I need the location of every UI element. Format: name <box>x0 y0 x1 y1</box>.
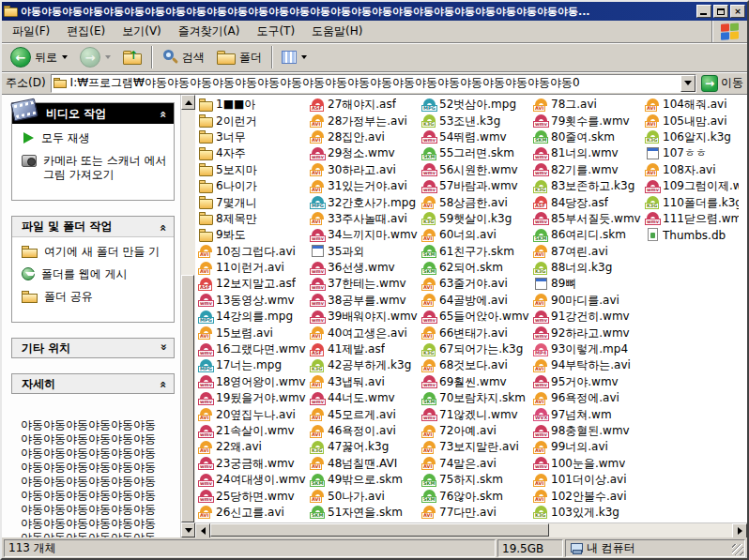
file-item[interactable]: 107ㅎㅎ <box>645 145 739 161</box>
file-item[interactable]: AVI90마디를.avi <box>533 293 645 309</box>
folder-item[interactable]: 4자주 <box>198 145 310 161</box>
file-item[interactable]: AVI63줄거야.avi <box>421 276 533 292</box>
file-item[interactable]: 35과외 <box>310 244 421 260</box>
menu-item[interactable]: 즐겨찾기(A) <box>170 21 249 42</box>
task-item[interactable]: 모두 재생 <box>22 131 170 145</box>
file-item[interactable]: SKM86여리디.skm <box>533 227 645 243</box>
file-item[interactable]: ASF27해야지.asf <box>310 97 421 113</box>
file-item[interactable]: MPG32간호사가.mpg <box>310 194 421 210</box>
file-item[interactable]: MPG52벗삼아.mpg <box>421 97 533 113</box>
file-item[interactable]: AVI108자.avi <box>645 162 739 178</box>
file-item[interactable]: K3G83보존하고.k3g <box>533 178 645 194</box>
file-item[interactable]: wmv13동영상.wmv <box>198 293 310 309</box>
folder-item[interactable]: 6나이가 <box>198 178 310 194</box>
file-item[interactable]: AVI105내맘.avi <box>645 113 739 129</box>
file-item[interactable]: SKM75하지.skm <box>421 472 533 488</box>
file-item[interactable]: SKM51자연을.skm <box>310 505 421 521</box>
file-item[interactable]: SKM80줄여.skm <box>533 129 645 145</box>
forward-dropdown-icon[interactable] <box>105 55 111 59</box>
file-item[interactable]: Thumbs.db <box>645 227 739 243</box>
file-item[interactable]: wmv65들어앉아.wmv <box>421 309 533 325</box>
file-item[interactable]: AVI15보렴.avi <box>198 325 310 341</box>
task-item[interactable]: 폴더 공유 <box>22 290 170 304</box>
folder-item[interactable]: 3너무 <box>198 129 310 145</box>
file-item[interactable]: AVI46욕정이.avi <box>310 423 421 439</box>
file-item[interactable]: MPG14강의를.mpg <box>198 309 310 325</box>
file-item[interactable]: AVI68것보다.avi <box>421 357 533 373</box>
back-dropdown-icon[interactable] <box>62 55 68 59</box>
file-item[interactable]: wmv69훨씬.wmv <box>421 374 533 390</box>
maximize-button[interactable] <box>713 5 728 18</box>
file-item[interactable]: K3G67되어가는.k3g <box>421 341 533 357</box>
file-item[interactable]: AVI78그.avi <box>533 97 645 113</box>
file-item[interactable]: wmv34느끼지마.wmv <box>310 227 421 243</box>
file-item[interactable]: wmv36선생.wmv <box>310 260 421 276</box>
file-item[interactable]: K3G42공부하게.k3g <box>310 357 421 373</box>
file-item[interactable]: MP493이렇게.mp4 <box>533 341 645 357</box>
file-item[interactable]: wmv38공부를.wmv <box>310 293 421 309</box>
file-item[interactable]: K3G47꿇어.k3g <box>310 439 421 455</box>
file-item[interactable]: K3G110폴더를.k3g <box>645 194 739 210</box>
folder-item[interactable]: 5보지마 <box>198 162 310 178</box>
file-item[interactable]: ASF84당장.asf <box>533 194 645 210</box>
folder-item[interactable]: 2이런거 <box>198 113 310 129</box>
file-item[interactable]: wmv91강건히.wmv <box>533 309 645 325</box>
file-item[interactable]: AVI87여린.avi <box>533 244 645 260</box>
file-tasks-header[interactable]: 파일 및 폴더 작업 « <box>12 217 174 237</box>
file-item[interactable]: K3G59햇살이.k3g <box>421 211 533 227</box>
file-item[interactable]: wmv71않겠니.wmv <box>421 406 533 422</box>
file-item[interactable]: AVI73보지말란.avi <box>421 439 533 455</box>
menu-item[interactable]: 편집(E) <box>58 21 114 42</box>
file-item[interactable]: AVI77다만.avi <box>421 505 533 521</box>
task-item[interactable]: 카메라 또는 스캐너 에서 그림 가져오기 <box>22 154 170 182</box>
file-item[interactable]: AVI28가정부는.avi <box>310 113 421 129</box>
folder-item[interactable]: 8제목만 <box>198 211 310 227</box>
folder-item[interactable]: 9봐도 <box>198 227 310 243</box>
file-item[interactable]: wmv56시원한.wmv <box>421 162 533 178</box>
file-item[interactable]: WVX97넘쳐.wm <box>533 406 645 422</box>
file-item[interactable]: wmv111닫으렴.wmv <box>645 211 739 227</box>
file-item[interactable]: AVI101더이상.avi <box>533 472 645 488</box>
file-item[interactable]: AVI33주사놀때.avi <box>310 211 421 227</box>
views-dropdown-icon[interactable] <box>301 55 307 59</box>
file-item[interactable]: AVI64골방에.avi <box>421 293 533 309</box>
file-item[interactable]: AVI43냅둬.avi <box>310 374 421 390</box>
horizontal-scroll-thumb[interactable] <box>210 523 549 537</box>
file-item[interactable]: SKM55그러면.skm <box>421 145 533 161</box>
address-combo[interactable]: I:₩프로그램₩야동야동야동야동야동야동야동야동야동야동야동야동야동야동야동야동… <box>51 74 696 93</box>
file-item[interactable]: AVI102안볼수.avi <box>533 488 645 504</box>
file-item[interactable]: AVI11이런거.avi <box>198 260 310 276</box>
file-item[interactable]: wmv21속살이.wmv <box>198 423 310 439</box>
file-item[interactable]: AVI94부탁하는.avi <box>533 357 645 373</box>
file-item[interactable]: K3G106알지.k3g <box>645 129 739 145</box>
vertical-scrollbar[interactable] <box>180 95 195 537</box>
file-item[interactable]: AVI104해줘.avi <box>645 97 739 113</box>
file-item[interactable]: wmv85부서질듯.wmv <box>533 211 645 227</box>
go-button[interactable]: → 이동 <box>701 75 743 92</box>
folder-item[interactable]: 7몇개니 <box>198 194 310 210</box>
folder-item[interactable]: 1■■아 <box>198 97 310 113</box>
close-button[interactable]: × <box>730 5 745 18</box>
folders-button[interactable]: 폴더 <box>212 47 267 68</box>
search-button[interactable]: 검색 <box>157 46 209 68</box>
file-item[interactable]: AVI26신고를.avi <box>198 505 310 521</box>
file-item[interactable]: SKM61친구가.skm <box>421 244 533 260</box>
back-button[interactable]: ← 뒤로 <box>6 44 72 70</box>
file-item[interactable]: AVI99너의.avi <box>533 439 645 455</box>
task-item[interactable]: 여기에 새 폴더 만들 기 <box>22 245 170 259</box>
file-item[interactable]: SKM76않아.skm <box>421 488 533 504</box>
file-item[interactable]: AVI40여고생은.avi <box>310 325 421 341</box>
file-item[interactable]: AVI58상큼한.avi <box>421 194 533 210</box>
file-item[interactable]: AVI66변태가.avi <box>421 325 533 341</box>
file-item[interactable]: AVI72아예.avi <box>421 423 533 439</box>
file-item[interactable]: wmv18영어왕이.wmv <box>198 374 310 390</box>
menu-item[interactable]: 보기(V) <box>114 21 170 42</box>
file-item[interactable]: wmv79횟수를.wmv <box>533 113 645 129</box>
menu-item[interactable]: 파일(F) <box>4 21 58 42</box>
scroll-right-button[interactable] <box>732 523 747 537</box>
file-item[interactable]: wmv29청소.wmv <box>310 145 421 161</box>
file-item[interactable]: wmv109그럼이제.wmv <box>645 178 739 194</box>
file-item[interactable]: 89뼈 <box>533 276 645 292</box>
chevron-up-icon[interactable]: « <box>157 381 170 386</box>
file-item[interactable]: wmv16그랬다면.wmv <box>198 341 310 357</box>
